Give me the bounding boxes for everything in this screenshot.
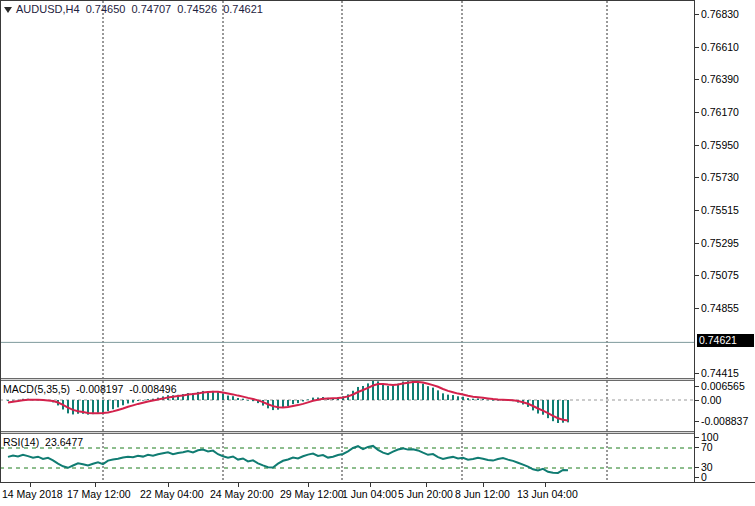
- price-axis-label-tick: [695, 47, 699, 48]
- macd-signal-value: -0.008496: [129, 383, 176, 395]
- time-axis-label: 24 May 20:00: [210, 488, 274, 500]
- time-axis-tick: [308, 483, 309, 487]
- macd-name: MACD(5,35,5): [3, 383, 70, 395]
- time-axis-label: 14 May 2018: [2, 488, 63, 500]
- rsi-axis-label-tick: [695, 467, 699, 468]
- price-axis-label-tick: [695, 243, 699, 244]
- current-price-tag: 0.74621: [697, 334, 754, 347]
- price-axis-label-tick: [695, 275, 699, 276]
- price-axis-label: 0.74855: [701, 302, 739, 314]
- bar-high-value: 0.74707: [131, 3, 171, 15]
- bar-low-value: 0.74526: [177, 3, 217, 15]
- symbol-period-label: AUDUSD,H4: [16, 3, 80, 15]
- time-axis-label: 22 May 04:00: [140, 488, 204, 500]
- time-axis-label: 29 May 12:00: [280, 488, 344, 500]
- macd-axis-label-tick: [695, 400, 699, 401]
- time-axis-tick: [545, 483, 546, 487]
- time-axis-tick: [370, 483, 371, 487]
- price-axis-label-tick: [695, 14, 699, 15]
- macd-axis-label: 0.00: [701, 394, 721, 406]
- price-axis-label-tick: [695, 79, 699, 80]
- bar-open-value: 0.74650: [86, 3, 126, 15]
- time-axis-tick: [30, 483, 31, 487]
- macd-axis-label-tick: [695, 421, 699, 422]
- macd-axis-label-tick: [695, 386, 699, 387]
- rsi-axis-label: 0: [701, 471, 707, 483]
- price-axis-label-tick: [695, 210, 699, 211]
- rsi-axis-label-tick: [695, 447, 699, 448]
- chart-title: AUDUSD,H4 0.74650 0.74707 0.74526 0.7462…: [16, 3, 266, 15]
- time-axis-label: 5 Jun 20:00: [398, 488, 453, 500]
- price-axis-label-tick: [695, 145, 699, 146]
- price-axis-label-tick: [695, 112, 699, 113]
- price-axis-label: 0.75075: [701, 269, 739, 281]
- macd-indicator-label: MACD(5,35,5) -0.008197 -0.008496: [3, 383, 180, 395]
- time-axis-tick: [95, 483, 96, 487]
- time-axis-label: 17 May 12:00: [67, 488, 131, 500]
- rsi-name: RSI(14): [3, 436, 39, 448]
- rsi-value: 23.6477: [45, 436, 83, 448]
- price-axis-label: 0.74415: [701, 367, 739, 379]
- time-axis-separator: [0, 482, 755, 483]
- time-axis-tick: [168, 483, 169, 487]
- macd-axis-label: -0.008837: [701, 415, 748, 427]
- symbol-dropdown-icon[interactable]: [4, 7, 12, 13]
- price-axis-label: 0.76170: [701, 106, 739, 118]
- chart-border-top: [0, 0, 695, 1]
- time-axis-label: 8 Jun 12:00: [455, 488, 510, 500]
- rsi-axis-label: 70: [701, 441, 713, 453]
- macd-axis-label: 0.006565: [701, 380, 745, 392]
- bar-close-value: 0.74621: [223, 3, 263, 15]
- time-axis-tick: [426, 483, 427, 487]
- price-axis-label-tick: [695, 177, 699, 178]
- time-axis-tick: [238, 483, 239, 487]
- price-axis-label: 0.75950: [701, 139, 739, 151]
- chart-border-left: [0, 0, 1, 483]
- chart-window: AUDUSD,H4 0.74650 0.74707 0.74526 0.7462…: [0, 0, 755, 506]
- price-axis-label: 0.75295: [701, 237, 739, 249]
- chart-border-right: [694, 0, 695, 483]
- price-axis-label: 0.76390: [701, 73, 739, 85]
- rsi-indicator-label: RSI(14) 23.6477: [3, 436, 86, 448]
- rsi-axis-label-tick: [695, 437, 699, 438]
- price-axis-label-tick: [695, 308, 699, 309]
- price-axis-label: 0.75730: [701, 171, 739, 183]
- rsi-axis-label-tick: [695, 477, 699, 478]
- main-chart-canvas[interactable]: [0, 0, 695, 378]
- time-axis-label: 1 Jun 04:00: [342, 488, 397, 500]
- time-axis-tick: [483, 483, 484, 487]
- price-axis-label: 0.76830: [701, 8, 739, 20]
- price-axis-label: 0.76610: [701, 41, 739, 53]
- price-axis-label: 0.75515: [701, 204, 739, 216]
- time-axis-label: 13 Jun 04:00: [517, 488, 578, 500]
- price-axis-label-tick: [695, 373, 699, 374]
- rsi-panel-canvas[interactable]: [0, 434, 695, 482]
- macd-value: -0.008197: [76, 383, 123, 395]
